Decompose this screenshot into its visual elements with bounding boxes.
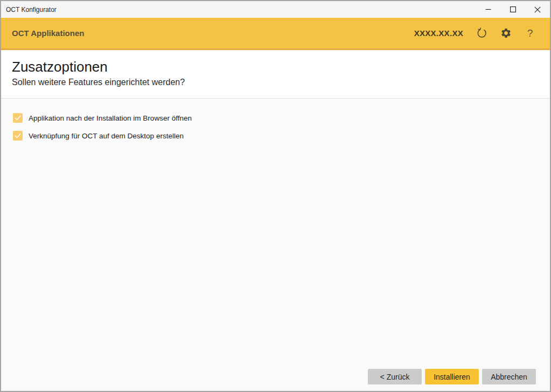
footer: < Zurück Installieren Abbrechen	[1, 369, 550, 391]
cancel-button[interactable]: Abbrechen	[482, 369, 536, 384]
version-label: XXXX.XX.XX	[414, 29, 463, 38]
maximize-button[interactable]	[500, 1, 525, 18]
window-title: OCT Konfigurator	[6, 6, 57, 13]
page-header: Zusatzoptionen Sollen weitere Features e…	[1, 50, 550, 99]
option-label-open-browser[interactable]: Applikation nach der Installation im Bro…	[29, 114, 192, 122]
maximize-icon	[510, 6, 516, 12]
checkbox-open-browser[interactable]	[13, 113, 23, 123]
installer-window: OCT Konfigurator OCT Applikationen X	[0, 0, 551, 392]
option-row-open-browser: Applikation nach der Installation im Bro…	[13, 113, 538, 123]
check-icon	[15, 113, 21, 123]
install-button[interactable]: Installieren	[425, 369, 479, 384]
minimize-button[interactable]	[476, 1, 500, 18]
checkbox-desktop-shortcut[interactable]	[13, 131, 23, 141]
app-header: OCT Applikationen XXXX.XX.XX ?	[1, 18, 550, 50]
help-glyph: ?	[527, 28, 533, 38]
option-row-desktop-shortcut: Verknüpfung für OCT auf dem Desktop erst…	[13, 131, 538, 141]
titlebar: OCT Konfigurator	[1, 1, 550, 18]
help-icon[interactable]: ?	[524, 27, 536, 39]
refresh-icon[interactable]	[476, 27, 487, 39]
option-label-desktop-shortcut[interactable]: Verknüpfung für OCT auf dem Desktop erst…	[29, 132, 184, 140]
page-subtitle: Sollen weitere Features eingerichtet wer…	[12, 78, 539, 87]
close-button[interactable]	[525, 1, 550, 18]
check-icon	[15, 131, 21, 141]
back-button[interactable]: < Zurück	[368, 369, 422, 384]
minimize-icon	[485, 6, 491, 12]
page-title: Zusatzoptionen	[12, 58, 539, 76]
window-controls	[476, 1, 550, 18]
header-right-group: XXXX.XX.XX ?	[414, 27, 536, 39]
options-list: Applikation nach der Installation im Bro…	[1, 99, 550, 369]
settings-gear-icon[interactable]	[500, 27, 512, 39]
close-icon	[534, 6, 541, 13]
brand-title: OCT Applikationen	[12, 29, 84, 38]
